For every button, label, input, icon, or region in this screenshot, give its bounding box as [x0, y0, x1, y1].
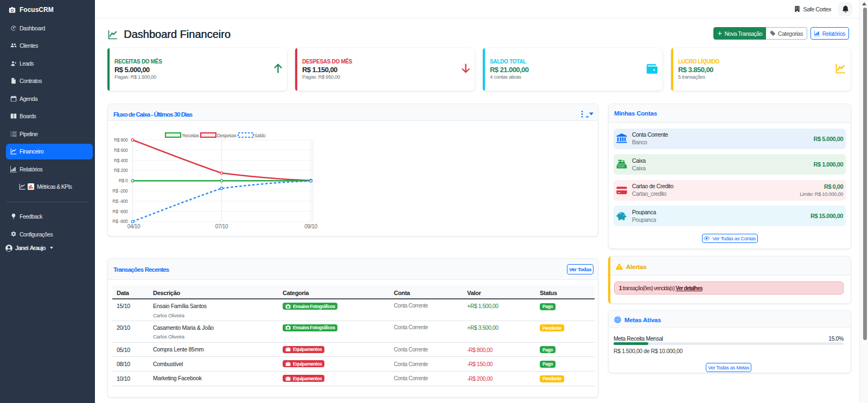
svg-text:R$ 200: R$ 200 — [114, 168, 128, 173]
svg-text:R$ 0: R$ 0 — [119, 178, 128, 183]
svg-text:Saldo: Saldo — [254, 133, 266, 138]
svg-text:07/10: 07/10 — [215, 223, 228, 229]
svg-text:04/10: 04/10 — [127, 223, 141, 229]
svg-text:R$ -400: R$ -400 — [112, 199, 128, 204]
svg-text:R$ 800: R$ 800 — [114, 137, 128, 143]
svg-text:R$ 400: R$ 400 — [114, 158, 128, 163]
svg-text:Receitas: Receitas — [182, 133, 199, 138]
svg-text:09/10: 09/10 — [304, 223, 317, 229]
svg-text:R$ -200: R$ -200 — [112, 188, 128, 194]
svg-text:R$ 600: R$ 600 — [114, 148, 128, 153]
svg-text:R$ -800: R$ -800 — [112, 219, 128, 224]
svg-text:R$ -600: R$ -600 — [112, 209, 128, 214]
svg-text:Despesas: Despesas — [217, 133, 236, 138]
